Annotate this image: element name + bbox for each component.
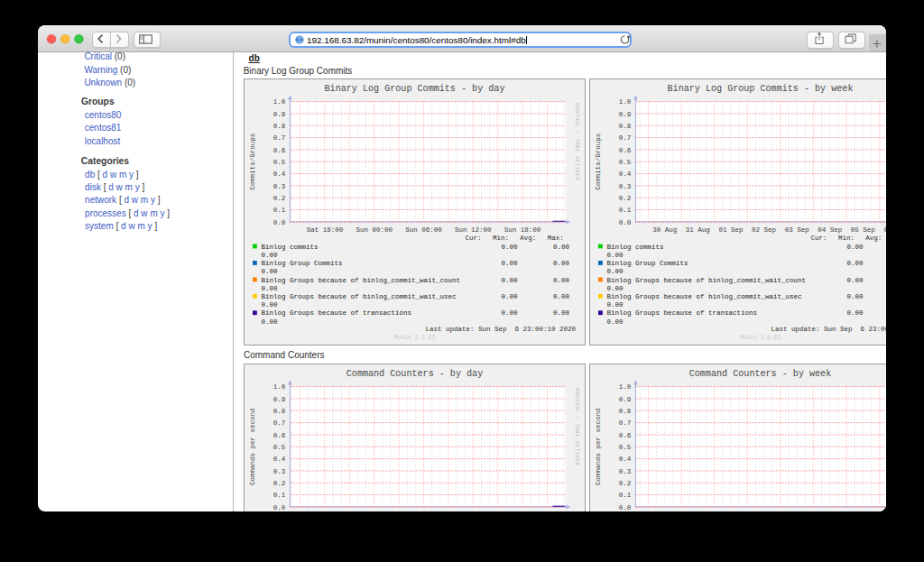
svg-text:0.00: 0.00 [607, 252, 624, 259]
svg-text:0.4: 0.4 [619, 456, 632, 464]
svg-text:Commands per second: Commands per second [596, 409, 603, 486]
svg-text:Command Counters - by week: Command Counters - by week [689, 369, 832, 379]
svg-text:Avg:: Avg: [521, 235, 537, 242]
svg-text:0.6: 0.6 [273, 432, 286, 439]
svg-text:Munin 2.0.63: Munin 2.0.63 [394, 335, 436, 341]
svg-text:0.3: 0.3 [273, 468, 286, 475]
svg-text:Sun 06:00: Sun 06:00 [406, 226, 443, 234]
svg-text:0.3: 0.3 [273, 183, 286, 190]
svg-text:0.9: 0.9 [273, 111, 286, 118]
svg-text:Min:: Min: [493, 235, 509, 242]
svg-text:0.7: 0.7 [619, 134, 632, 142]
svg-text:0.00: 0.00 [502, 293, 519, 300]
svg-text:0.00: 0.00 [553, 310, 570, 318]
svg-text:0.00: 0.00 [502, 310, 519, 318]
svg-text:0.00: 0.00 [847, 277, 864, 284]
svg-text:0.8: 0.8 [619, 408, 632, 415]
svg-text:0.4: 0.4 [273, 170, 286, 178]
svg-text:0.00: 0.00 [847, 244, 864, 251]
svg-text:0.0: 0.0 [619, 504, 632, 511]
svg-text:Sun 12:00: Sun 12:00 [455, 226, 492, 234]
svg-text:Sun 18:00: Sun 18:00 [504, 226, 541, 234]
svg-text:Cur:: Cur: [811, 235, 827, 242]
svg-text:03 Sep: 03 Sep [785, 226, 809, 234]
svg-text:0.00: 0.00 [502, 244, 519, 251]
svg-text:0.00: 0.00 [502, 260, 519, 267]
svg-text:0.3: 0.3 [619, 468, 632, 475]
svg-text:0.00: 0.00 [847, 293, 864, 300]
svg-text:0.00: 0.00 [553, 244, 570, 251]
svg-text:Binlog Group Commits: Binlog Group Commits [262, 260, 343, 267]
svg-text:0.00: 0.00 [262, 252, 279, 259]
svg-text:Binlog Groups because of binlo: Binlog Groups because of binlog_commit_w… [607, 277, 807, 284]
svg-text:Max:: Max: [548, 235, 564, 242]
svg-text:0.8: 0.8 [619, 123, 632, 130]
svg-text:0.00: 0.00 [262, 268, 279, 275]
svg-text:0.00: 0.00 [607, 268, 624, 275]
svg-text:0.00: 0.00 [607, 318, 624, 326]
svg-text:Binlog commits: Binlog commits [607, 244, 664, 251]
svg-text:0.8: 0.8 [273, 123, 286, 130]
svg-text:0.0: 0.0 [273, 219, 286, 226]
svg-text:Command Counters - by day: Command Counters - by day [346, 369, 483, 379]
svg-text:0.00: 0.00 [847, 310, 864, 318]
svg-text:0.5: 0.5 [619, 444, 632, 451]
svg-text:1.0: 1.0 [273, 98, 286, 106]
svg-text:0.00: 0.00 [607, 301, 624, 309]
svg-text:0.1: 0.1 [273, 493, 286, 500]
svg-text:0.2: 0.2 [273, 195, 286, 202]
svg-text:Commits/Groups: Commits/Groups [250, 134, 257, 190]
svg-text:0.4: 0.4 [273, 456, 286, 464]
svg-text:0.5: 0.5 [619, 159, 632, 166]
svg-text:RRDTOOL / TOBI OETIKER: RRDTOOL / TOBI OETIKER [575, 388, 581, 465]
svg-text:0.5: 0.5 [273, 159, 286, 166]
svg-text:Last update: Sun Sep 6 23:00:: Last update: Sun Sep 6 23:00:10 2020 [426, 326, 577, 333]
svg-text:0.00: 0.00 [553, 277, 570, 284]
svg-text:0.00: 0.00 [553, 260, 570, 267]
svg-text:04 Sep: 04 Sep [818, 226, 843, 234]
svg-text:0.6: 0.6 [619, 147, 632, 154]
svg-text:Binary Log Group Commits - by: Binary Log Group Commits - by week [668, 84, 854, 94]
svg-text:0.00: 0.00 [553, 293, 570, 300]
svg-text:1.0: 1.0 [619, 98, 632, 106]
svg-text:0.1: 0.1 [619, 207, 632, 214]
svg-text:0.0: 0.0 [619, 219, 632, 226]
svg-text:0.2: 0.2 [273, 480, 286, 487]
svg-text:Avg:: Avg: [866, 235, 882, 242]
svg-text:Binlog Groups because of binlo: Binlog Groups because of binlog_commit_w… [262, 293, 457, 300]
svg-text:02 Sep: 02 Sep [752, 226, 776, 234]
svg-text:06 Sep: 06 Sep [884, 226, 886, 234]
svg-text:0.9: 0.9 [619, 396, 632, 403]
svg-text:Munin 2.0.63: Munin 2.0.63 [740, 335, 781, 341]
svg-text:Commands per second: Commands per second [250, 409, 257, 486]
svg-text:0.5: 0.5 [273, 444, 286, 451]
svg-text:31 Aug: 31 Aug [686, 226, 710, 234]
svg-text:Binlog Groups because of binlo: Binlog Groups because of binlog_commit_w… [262, 277, 461, 284]
svg-text:0.7: 0.7 [619, 420, 632, 428]
svg-text:0.00: 0.00 [262, 285, 279, 292]
svg-text:1.0: 1.0 [273, 384, 286, 392]
svg-text:0.2: 0.2 [619, 480, 632, 487]
svg-text:0.6: 0.6 [619, 432, 632, 439]
svg-text:0.1: 0.1 [273, 207, 286, 214]
svg-text:0.9: 0.9 [619, 111, 632, 118]
svg-text:0.4: 0.4 [619, 170, 632, 178]
svg-text:0.7: 0.7 [273, 134, 286, 142]
svg-text:0.00: 0.00 [262, 301, 279, 309]
svg-text:Binary Log Group Commits - by: Binary Log Group Commits - by day [325, 84, 505, 94]
svg-text:1.0: 1.0 [619, 384, 632, 392]
svg-text:Last update: Sun Sep 6 23:00:: Last update: Sun Sep 6 23:00:10 2020 [772, 326, 886, 333]
svg-text:0.00: 0.00 [262, 318, 279, 326]
svg-text:0.00: 0.00 [847, 260, 864, 267]
svg-text:0.0: 0.0 [273, 504, 286, 511]
svg-text:05 Sep: 05 Sep [851, 226, 875, 234]
svg-text:0.6: 0.6 [273, 147, 286, 154]
svg-text:Min:: Min: [838, 235, 855, 242]
svg-text:0.9: 0.9 [273, 396, 286, 403]
svg-text:30 Aug: 30 Aug [652, 226, 677, 234]
svg-text:0.1: 0.1 [619, 493, 632, 500]
svg-text:0.7: 0.7 [273, 420, 286, 428]
svg-text:01 Sep: 01 Sep [719, 226, 744, 234]
svg-text:Binlog Groups because of trans: Binlog Groups because of transactions [262, 310, 412, 318]
svg-text:Cur:: Cur: [466, 235, 482, 242]
